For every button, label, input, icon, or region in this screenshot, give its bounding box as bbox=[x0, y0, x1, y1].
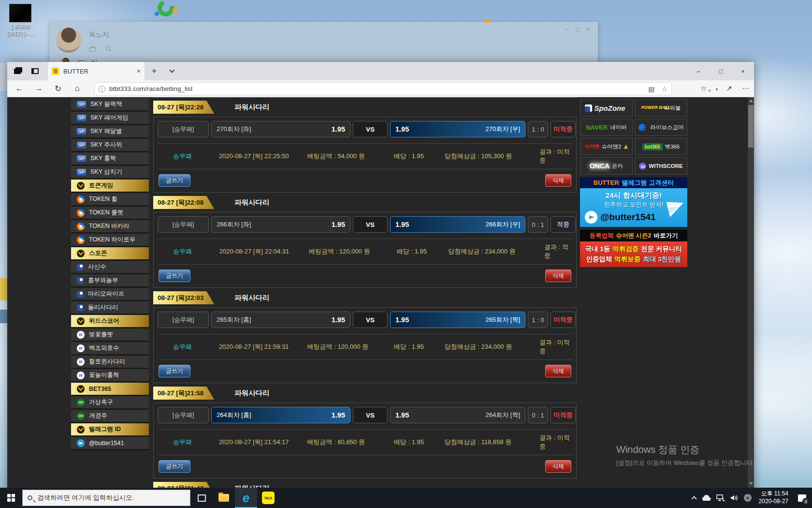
detail-bet-amount: 베팅금액 : 120,000 원 bbox=[309, 247, 397, 256]
delete-button[interactable]: 삭제 bbox=[545, 174, 571, 187]
partner-banner[interactable]: ONCA 온카 bbox=[580, 157, 633, 175]
drawer-icon[interactable] bbox=[89, 46, 96, 52]
partner-banner[interactable]: 슈어맨 슈어맨2 bbox=[580, 138, 633, 155]
sidebar-item[interactable]: 365 가상축구 bbox=[71, 396, 149, 410]
sidebar-item[interactable]: 365 개경주 bbox=[71, 410, 149, 423]
partner-banner[interactable]: bet365 벳365 bbox=[635, 138, 687, 155]
bet-option-left[interactable]: 266회차 [좌] 1.95 bbox=[211, 216, 350, 233]
bet-option-right[interactable]: 1.95 270회차 [우] bbox=[390, 121, 525, 137]
bet-option-right[interactable]: 1.95 264회차 [짝] bbox=[390, 407, 525, 423]
write-button[interactable]: 글쓰기 bbox=[159, 460, 190, 473]
bet-option-left[interactable]: 265회차 [홈] 1.95 bbox=[211, 312, 350, 328]
sidebar-item[interactable]: w 할로윈사다리 bbox=[71, 356, 149, 369]
favorite-star-icon[interactable]: ☆ bbox=[661, 85, 667, 93]
detail-expected-win: 당첨예상금 : 118,658 원 bbox=[445, 438, 539, 447]
telegram-banner[interactable]: 24시 항시대기중! 친추하고 포인트 받자! @butter1541 bbox=[580, 188, 687, 227]
partner-banner[interactable]: ω WITHSCORE bbox=[635, 157, 687, 175]
sidebar-item[interactable]: 사신수 bbox=[71, 261, 149, 274]
sidebar-item[interactable]: 텔레그램 ID bbox=[71, 423, 149, 437]
hub-favorites-icon[interactable]: ☆≡ bbox=[700, 84, 707, 93]
tab-list-chevron-icon[interactable] bbox=[164, 62, 180, 80]
partner-banner[interactable]: NAVER 네이버 bbox=[580, 119, 633, 136]
bet-option-left[interactable]: 270회차 [좌] 1.95 bbox=[211, 121, 350, 137]
sidebar-item[interactable]: TOKEN 하이로우 bbox=[71, 234, 149, 247]
sureman-link-strip[interactable]: 등록업체 슈어맨 시즌2 바로가기 bbox=[580, 230, 687, 241]
desktop-icon-movie[interactable]: [ 목격자 (2017) ] - ... bbox=[3, 4, 38, 37]
tabs-preview-icon[interactable] bbox=[29, 66, 41, 76]
partner-banner[interactable]: POWER BALL 파워볼 bbox=[635, 99, 687, 117]
taskbar-clock[interactable]: 오후 11:54 2020-08-27 bbox=[759, 490, 788, 505]
telegram-support-strip[interactable]: BUTTER 텔레그램 고객센터 bbox=[580, 177, 687, 188]
share-icon[interactable]: ↗ bbox=[726, 84, 732, 93]
sidebar-item[interactable]: @butter1541 bbox=[71, 437, 149, 450]
set-tabs-aside-icon[interactable] bbox=[11, 66, 24, 76]
sidebar-item[interactable]: SP SKY 블랙잭 bbox=[71, 98, 149, 112]
write-button[interactable]: 글쓰기 bbox=[159, 174, 190, 187]
scrollbar-thumb[interactable] bbox=[748, 105, 754, 148]
sidebar-item[interactable]: BET365 bbox=[71, 383, 149, 396]
home-button[interactable]: ⌂ bbox=[69, 80, 86, 97]
start-button[interactable] bbox=[0, 488, 22, 508]
kakaotalk-button[interactable]: TALK bbox=[257, 488, 279, 508]
tab-close-icon[interactable]: × bbox=[137, 67, 141, 75]
search-icon[interactable] bbox=[105, 45, 112, 52]
sidebar-item[interactable]: SP SKY 페어게임 bbox=[71, 112, 149, 125]
site-info-icon[interactable]: i bbox=[99, 86, 105, 92]
scroll-up-icon[interactable] bbox=[749, 100, 753, 102]
delete-button[interactable]: 삭제 bbox=[545, 365, 571, 377]
more-options-icon[interactable]: ⋯ bbox=[742, 84, 749, 93]
task-view-button[interactable] bbox=[190, 488, 213, 508]
sidebar-item[interactable]: 마리오파이프 bbox=[71, 288, 149, 301]
delete-button[interactable]: 삭제 bbox=[545, 269, 571, 282]
address-bar[interactable]: i btbt333.com/race/betting_list ▤ ☆ bbox=[94, 82, 672, 95]
bet-option-right[interactable]: 1.95 265회차 [짝] bbox=[390, 312, 525, 328]
sidebar-item[interactable]: SP SKY 주사위 bbox=[71, 139, 149, 152]
delete-button[interactable]: 삭제 bbox=[545, 460, 571, 473]
reading-view-icon[interactable]: ▤ bbox=[648, 85, 654, 93]
verification-banner[interactable]: 국내 1등 먹튀검증 전문 커뮤니티 인증업체 먹튀보증 최대 3천만원 bbox=[580, 241, 687, 267]
sidebar-item[interactable]: 위드스코어 bbox=[71, 315, 149, 329]
url-text[interactable]: btbt333.com/race/betting_list bbox=[109, 85, 644, 92]
network-icon[interactable] bbox=[716, 494, 725, 501]
refresh-button[interactable]: ↻ bbox=[50, 80, 66, 97]
volume-icon[interactable] bbox=[730, 494, 739, 501]
edge-browser-button[interactable]: e bbox=[235, 488, 257, 508]
banner-text: 먹튀보증 bbox=[615, 255, 641, 264]
sidebar-item[interactable]: 토큰게임 bbox=[71, 179, 149, 193]
sidebar-item[interactable]: SP SKY 홀짝 bbox=[71, 152, 149, 166]
sidebar-item[interactable]: TOKEN 바카라 bbox=[71, 220, 149, 234]
scroll-down-icon[interactable] bbox=[749, 482, 753, 485]
sidebar-item[interactable]: TOKEN 휠 bbox=[71, 193, 149, 207]
partner-banner[interactable]: SpoZone bbox=[580, 99, 633, 117]
sidebar-item[interactable]: 흥부와놀부 bbox=[71, 274, 149, 288]
taskbar-search[interactable]: 검색하려면 여기에 입력하십시오. bbox=[22, 490, 190, 506]
tray-app-icon[interactable]: × bbox=[744, 494, 752, 502]
minimize-button[interactable]: – bbox=[687, 62, 710, 80]
file-explorer-button[interactable] bbox=[213, 488, 235, 508]
maximize-icon[interactable]: □ bbox=[576, 26, 580, 33]
sidebar-item[interactable]: TOKEN 룰렛 bbox=[71, 207, 149, 220]
sidebar-item[interactable]: 스포존 bbox=[71, 247, 149, 261]
maximize-button[interactable]: □ bbox=[710, 62, 732, 80]
sidebar-item[interactable]: SP SKY 삼치기 bbox=[71, 166, 149, 179]
write-button[interactable]: 글쓰기 bbox=[159, 269, 190, 282]
onedrive-cloud-icon[interactable] bbox=[701, 495, 711, 501]
partner-banner[interactable]: 라이브스코어 bbox=[635, 119, 687, 136]
sidebar-item[interactable]: w 벚꽃룰렛 bbox=[71, 329, 149, 342]
browser-tab[interactable]: B BUTTER × bbox=[48, 62, 145, 80]
write-button[interactable]: 글쓰기 bbox=[159, 365, 190, 377]
back-button[interactable]: ← bbox=[11, 80, 28, 97]
sidebar-item[interactable]: w 꽃놀이홀짝 bbox=[71, 369, 149, 383]
forward-button[interactable]: → bbox=[30, 80, 47, 97]
sidebar-item[interactable]: w 백조의호수 bbox=[71, 342, 149, 356]
sidebar-item[interactable]: 둘리사다리 bbox=[71, 301, 149, 315]
close-button[interactable]: × bbox=[732, 62, 754, 80]
hidden-icons-chevron[interactable] bbox=[691, 496, 696, 501]
close-icon[interactable]: × bbox=[586, 26, 590, 33]
sidebar-item[interactable]: SP SKY 해달별 bbox=[71, 125, 149, 139]
new-tab-button[interactable]: + bbox=[145, 62, 164, 80]
minimize-icon[interactable]: – bbox=[566, 26, 569, 33]
bet-option-right[interactable]: 1.95 266회차 [우] bbox=[390, 216, 525, 233]
action-center-button[interactable]: 3 bbox=[796, 492, 808, 504]
bet-option-left[interactable]: 264회차 [홈] 1.95 bbox=[211, 407, 350, 423]
